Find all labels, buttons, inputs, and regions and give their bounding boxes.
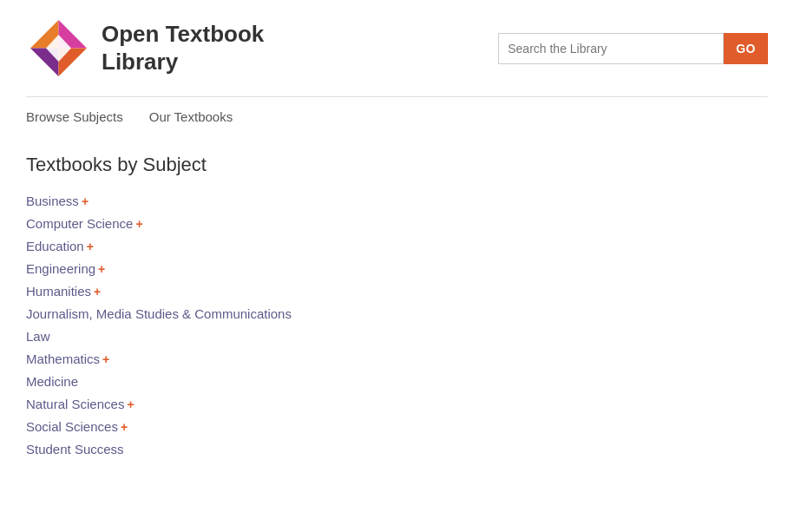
subject-link-4[interactable]: Humanities [26, 284, 91, 299]
expand-icon[interactable]: + [94, 285, 101, 299]
search-input[interactable] [498, 33, 724, 64]
expand-icon[interactable]: + [98, 262, 105, 276]
subject-link-8[interactable]: Medicine [26, 374, 78, 389]
header: Open TextbookLibrary GO [0, 0, 794, 96]
nav-our-textbooks[interactable]: Our Textbooks [149, 109, 233, 124]
subject-link-11[interactable]: Student Success [26, 442, 124, 456]
subject-link-1[interactable]: Computer Science [26, 216, 133, 231]
list-item: Engineering+ [26, 261, 768, 277]
list-item: Student Success [26, 442, 768, 457]
subject-link-0[interactable]: Business [26, 194, 79, 208]
nav-bar: Browse Subjects Our Textbooks [0, 97, 794, 136]
list-item: Education+ [26, 239, 768, 254]
expand-icon[interactable]: + [127, 397, 134, 411]
subject-link-6[interactable]: Law [26, 329, 50, 344]
list-item: Medicine [26, 374, 768, 390]
expand-icon[interactable]: + [121, 420, 128, 434]
logo-icon [26, 16, 91, 81]
subject-link-5[interactable]: Journalism, Media Studies & Communicatio… [26, 306, 292, 321]
logo-text: Open TextbookLibrary [102, 21, 264, 75]
subject-link-3[interactable]: Engineering [26, 261, 95, 276]
list-item: Business+ [26, 194, 768, 209]
expand-icon[interactable]: + [82, 194, 89, 208]
subject-link-10[interactable]: Social Sciences [26, 419, 118, 434]
list-item: Social Sciences+ [26, 419, 768, 435]
subject-link-7[interactable]: Mathematics [26, 351, 100, 366]
search-area: GO [498, 33, 768, 64]
list-item: Natural Sciences+ [26, 397, 768, 412]
list-item: Humanities+ [26, 284, 768, 299]
expand-icon[interactable]: + [87, 240, 94, 253]
page-title: Textbooks by Subject [26, 154, 768, 176]
list-item: Journalism, Media Studies & Communicatio… [26, 306, 768, 322]
search-button[interactable]: GO [724, 33, 768, 64]
list-item: Mathematics+ [26, 351, 768, 367]
subject-link-9[interactable]: Natural Sciences [26, 397, 124, 411]
main-content: Textbooks by Subject Business+Computer S… [0, 136, 794, 490]
logo-area: Open TextbookLibrary [26, 16, 264, 81]
expand-icon[interactable]: + [102, 352, 109, 366]
list-item: Law [26, 329, 768, 345]
list-item: Computer Science+ [26, 216, 768, 232]
subject-link-2[interactable]: Education [26, 239, 84, 253]
nav-browse-subjects[interactable]: Browse Subjects [26, 109, 123, 124]
expand-icon[interactable]: + [135, 217, 142, 231]
subject-list: Business+Computer Science+Education+Engi… [26, 194, 768, 457]
